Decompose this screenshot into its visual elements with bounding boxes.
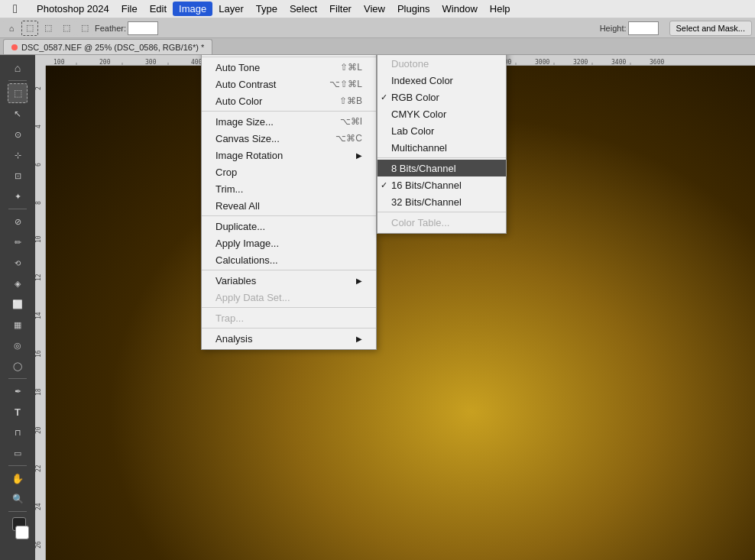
svg-text:100: 100 — [53, 59, 65, 66]
svg-text:18: 18 — [35, 388, 42, 396]
menu-sep-3 — [202, 215, 376, 216]
document-tab[interactable]: DSC_0587.NEF @ 25% (DSC_0586, RGB/16*) * — [3, 39, 212, 54]
svg-text:3600: 3600 — [650, 59, 664, 66]
apple-menu[interactable]:  — [0, 2, 31, 16]
menu-item-auto-tone[interactable]: Auto Tone ⇧⌘L — [202, 59, 376, 76]
menu-view[interactable]: View — [358, 2, 391, 16]
rotation-arrow-icon: ▶ — [356, 151, 362, 160]
brush-tool[interactable]: ✏ — [8, 232, 28, 252]
healing-tool[interactable]: ⊘ — [8, 212, 28, 231]
home-tool[interactable]: ⌂ — [8, 58, 28, 78]
menu-bar:  Photoshop 2024 File Edit Image Layer T… — [0, 0, 755, 18]
menu-sep-4 — [202, 270, 376, 270]
menu-item-image-size[interactable]: Image Size... ⌥⌘I — [202, 113, 376, 130]
16bit-label: 16 Bits/Channel — [391, 180, 462, 191]
mode-8bit[interactable]: 8 Bits/Channel — [378, 160, 506, 176]
menu-item-auto-color[interactable]: Auto Color ⇧⌘B — [202, 92, 376, 109]
menu-item-image-rotation[interactable]: Image Rotation ▶ — [202, 147, 376, 163]
select-mask-button[interactable]: Select and Mask... — [669, 21, 753, 36]
path-tool[interactable]: ⊓ — [8, 422, 28, 442]
image-size-shortcut: ⌥⌘I — [340, 116, 362, 127]
bg-color[interactable] — [15, 526, 29, 539]
canvas-size-label: Canvas Size... — [215, 133, 280, 144]
svg-text:4: 4 — [35, 125, 42, 128]
marquee-tool[interactable]: ⬚ — [8, 83, 28, 103]
menu-plugins[interactable]: Plugins — [391, 2, 436, 16]
menu-item-apply-image[interactable]: Apply Image... — [202, 235, 376, 251]
lasso-tool[interactable]: ⊙ — [8, 125, 28, 144]
dodge-tool[interactable]: ◯ — [8, 356, 28, 376]
apply-image-label: Apply Image... — [215, 238, 279, 249]
menu-item-canvas-size[interactable]: Canvas Size... ⌥⌘C — [202, 130, 376, 147]
menu-layer[interactable]: Layer — [212, 2, 250, 16]
hand-tool[interactable]: ✋ — [8, 468, 28, 488]
crop-tool[interactable]: ⊡ — [8, 166, 28, 186]
feather-input[interactable] — [128, 21, 158, 35]
svg-text:3400: 3400 — [611, 59, 626, 66]
eraser-tool[interactable]: ⬜ — [8, 294, 28, 314]
menu-file[interactable]: File — [115, 2, 144, 16]
menu-item-auto-contrast[interactable]: Auto Contrast ⌥⇧⌘L — [202, 76, 376, 92]
ruler-corner — [35, 55, 46, 66]
menu-window[interactable]: Window — [436, 2, 484, 16]
mode-rgb-color[interactable]: ✓ RGB Color — [378, 89, 506, 105]
menu-item-duplicate[interactable]: Duplicate... — [202, 218, 376, 235]
image-rotation-label: Image Rotation — [215, 150, 283, 161]
calculations-label: Calculations... — [215, 254, 278, 266]
shape-tool[interactable]: ▭ — [8, 443, 28, 463]
blur-tool[interactable]: ◎ — [8, 335, 28, 355]
menu-edit[interactable]: Edit — [144, 2, 173, 16]
pen-tool[interactable]: ✒ — [8, 381, 28, 401]
svg-text:26: 26 — [35, 541, 42, 549]
move-tool[interactable]: ↖ — [8, 104, 28, 124]
menu-item-reveal-all[interactable]: Reveal All — [202, 197, 376, 214]
cmyk-color-label: CMYK Color — [391, 108, 446, 120]
rgb-checkmark-icon: ✓ — [381, 92, 387, 102]
zoom-tool[interactable]: 🔍 — [8, 489, 28, 509]
marquee-rect-btn[interactable]: ⬚ — [21, 21, 38, 36]
type-tool[interactable]: T — [8, 402, 28, 422]
menu-item-analysis[interactable]: Analysis ▶ — [202, 330, 376, 347]
marquee-btn4[interactable]: ⬚ — [76, 21, 93, 36]
marquee-btn3[interactable]: ⬚ — [58, 21, 75, 36]
gradient-tool[interactable]: ▦ — [8, 315, 28, 335]
quick-select-tool[interactable]: ⊹ — [8, 145, 28, 165]
16bit-checkmark-icon: ✓ — [381, 180, 387, 190]
menu-item-crop[interactable]: Crop — [202, 163, 376, 180]
color-table-label: Color Table... — [391, 217, 449, 228]
menu-filter[interactable]: Filter — [323, 2, 358, 16]
mode-cmyk-color[interactable]: CMYK Color — [378, 105, 506, 122]
menu-select[interactable]: Select — [284, 2, 323, 16]
history-tool[interactable]: ◈ — [8, 274, 28, 293]
trim-label: Trim... — [215, 183, 243, 195]
home-button[interactable]: ⌂ — [3, 21, 20, 36]
clone-tool[interactable]: ⟲ — [8, 253, 28, 273]
lab-color-label: Lab Color — [391, 125, 434, 137]
tools-panel: ⌂ ⬚ ↖ ⊙ ⊹ ⊡ ✦ ⊘ ✏ ⟲ ◈ ⬜ ▦ ◎ ◯ ✒ T ⊓ ▭ ✋ … — [0, 55, 35, 560]
svg-text:24: 24 — [35, 503, 42, 510]
mode-32bit[interactable]: 32 Bits/Channel — [378, 193, 506, 210]
svg-text:10: 10 — [35, 235, 42, 243]
menu-item-trim[interactable]: Trim... — [202, 180, 376, 197]
mode-16bit[interactable]: ✓ 16 Bits/Channel — [378, 176, 506, 193]
svg-text:200: 200 — [99, 59, 111, 66]
menu-image[interactable]: Image — [173, 2, 212, 16]
menu-type[interactable]: Type — [250, 2, 284, 16]
eyedropper-tool[interactable]: ✦ — [8, 186, 28, 206]
multichannel-label: Multichannel — [391, 142, 447, 154]
menu-sep-6 — [202, 328, 376, 329]
menu-item-apply-data-set[interactable]: Apply Data Set... — [202, 289, 376, 306]
marquee-btn2[interactable]: ⬚ — [40, 21, 57, 36]
mode-indexed-color[interactable]: Indexed Color — [378, 72, 506, 89]
apple-icon:  — [13, 2, 18, 16]
menu-item-calculations[interactable]: Calculations... — [202, 251, 376, 268]
menu-help[interactable]: Help — [484, 2, 517, 16]
mode-lab-color[interactable]: Lab Color — [378, 122, 506, 139]
mode-multichannel[interactable]: Multichannel — [378, 139, 506, 156]
crop-label: Crop — [215, 167, 237, 178]
mode-sep-1 — [378, 157, 506, 158]
mode-duotone: Duotone — [378, 55, 506, 72]
menu-item-variables[interactable]: Variables ▶ — [202, 272, 376, 289]
height-input[interactable] — [628, 21, 659, 35]
svg-text:16: 16 — [35, 350, 42, 358]
